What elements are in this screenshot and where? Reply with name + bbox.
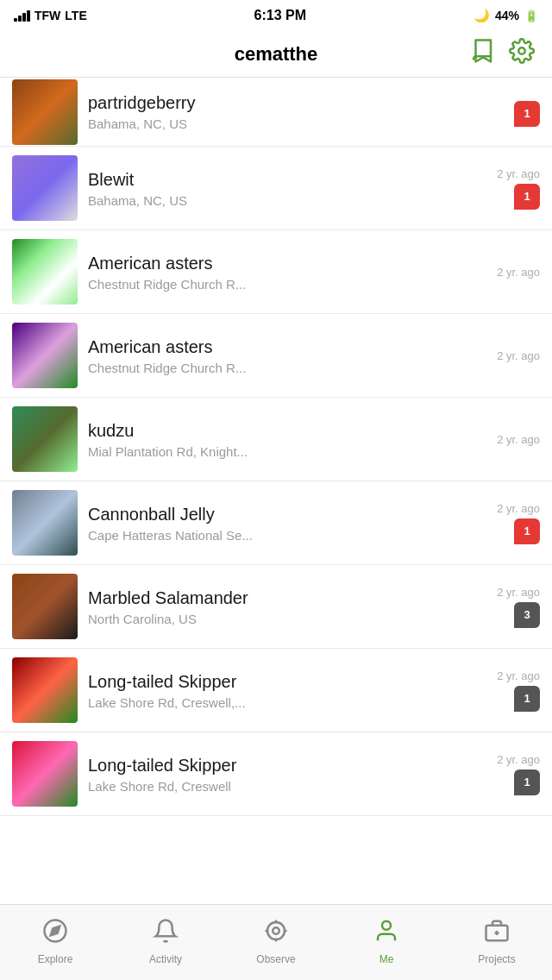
observation-location: Cape Hatteras National Se... — [88, 528, 478, 543]
carrier-label: TFW — [34, 9, 60, 22]
observation-location: Lake Shore Rd, Creswell — [88, 779, 478, 794]
observation-time: 2 yr. ago — [497, 266, 540, 279]
bookmark-icon[interactable] — [469, 38, 495, 70]
settings-icon[interactable] — [509, 38, 535, 70]
observation-name: Long-tailed Skipper — [88, 755, 478, 776]
list-item[interactable]: Long-tailed Skipper Lake Shore Rd, Cresw… — [0, 732, 552, 816]
observation-time: 2 yr. ago — [497, 349, 540, 362]
observation-thumbnail — [12, 155, 78, 221]
observation-time: 2 yr. ago — [497, 586, 540, 599]
observation-thumbnail — [12, 323, 78, 388]
comment-badge: 1 — [514, 518, 540, 544]
list-item[interactable]: partridgeberry Bahama, NC, US 1 — [0, 78, 552, 147]
observation-info: kudzu Mial Plantation Rd, Knight... — [78, 420, 488, 459]
header: cematthe — [0, 31, 552, 78]
list-item[interactable]: American asters Chestnut Ridge Church R.… — [0, 230, 552, 314]
nav-item-projects[interactable]: Projects — [458, 918, 536, 965]
list-item[interactable]: kudzu Mial Plantation Rd, Knight... 2 yr… — [0, 398, 552, 481]
observation-meta: 2 yr. ago 1 — [488, 167, 540, 210]
list-item[interactable]: Cannonball Jelly Cape Hatteras National … — [0, 481, 552, 565]
observation-meta: 2 yr. ago — [488, 349, 540, 362]
observation-info: Marbled Salamander North Carolina, US — [78, 587, 488, 626]
list-item[interactable]: Marbled Salamander North Carolina, US 2 … — [0, 565, 552, 649]
observation-info: partridgeberry Bahama, NC, US — [78, 92, 488, 131]
nav-label-explore: Explore — [38, 953, 73, 965]
observation-time: 2 yr. ago — [497, 433, 540, 446]
comment-badge: 1 — [514, 101, 540, 127]
observation-location: Lake Shore Rd, Creswell,... — [88, 695, 478, 710]
nav-label-observe: Observe — [256, 953, 295, 965]
observation-meta: 2 yr. ago 1 — [488, 502, 540, 544]
observation-thumbnail — [12, 490, 78, 556]
observation-thumbnail — [12, 741, 78, 807]
nav-label-activity: Activity — [149, 953, 182, 965]
observation-name: Marbled Salamander — [88, 587, 478, 608]
nav-item-activity[interactable]: Activity — [127, 918, 204, 965]
list-item[interactable]: American asters Chestnut Ridge Church R.… — [0, 314, 552, 398]
observation-info: Long-tailed Skipper Lake Shore Rd, Cresw… — [78, 755, 488, 794]
signal-icon — [14, 10, 30, 22]
observation-location: Chestnut Ridge Church R... — [88, 277, 478, 292]
observation-thumbnail — [12, 239, 78, 305]
nav-item-me[interactable]: Me — [348, 918, 425, 965]
observation-thumbnail — [12, 657, 78, 723]
observation-location: Chestnut Ridge Church R... — [88, 361, 478, 375]
observation-name: American asters — [88, 336, 478, 357]
svg-point-3 — [267, 922, 285, 939]
comment-badge: 1 — [514, 184, 540, 210]
header-actions — [469, 38, 535, 70]
observation-name: American asters — [88, 253, 478, 273]
nav-label-projects: Projects — [478, 953, 515, 965]
svg-point-9 — [382, 921, 391, 930]
moon-icon: 🌙 — [474, 8, 490, 23]
observation-thumbnail — [12, 574, 78, 639]
observation-info: Cannonball Jelly Cape Hatteras National … — [78, 504, 488, 543]
nav-label-me: Me — [380, 953, 394, 965]
observation-info: American asters Chestnut Ridge Church R.… — [78, 336, 488, 375]
projects-icon — [484, 918, 510, 950]
observation-meta: 2 yr. ago 1 — [488, 669, 540, 712]
observation-meta: 2 yr. ago — [488, 266, 540, 279]
observation-name: Blewit — [88, 169, 478, 190]
comment-badge: 1 — [514, 770, 540, 795]
observation-name: Cannonball Jelly — [88, 504, 478, 525]
observation-name: kudzu — [88, 420, 478, 441]
nav-item-observe[interactable]: Observe — [237, 918, 315, 965]
explore-icon — [42, 918, 68, 950]
observation-info: American asters Chestnut Ridge Church R.… — [78, 253, 488, 292]
network-type-label: LTE — [65, 9, 86, 22]
svg-point-0 — [518, 47, 525, 54]
nav-item-explore[interactable]: Explore — [16, 918, 94, 965]
observation-name: partridgeberry — [88, 92, 478, 113]
svg-point-4 — [273, 927, 279, 934]
svg-marker-2 — [51, 927, 60, 936]
battery-icon: 🔋 — [524, 9, 538, 22]
status-time: 6:13 PM — [254, 8, 306, 23]
observation-location: Bahama, NC, US — [88, 193, 478, 208]
battery-label: 44% — [495, 9, 519, 22]
observation-list: partridgeberry Bahama, NC, US 1 Blewit B… — [0, 78, 552, 894]
observation-time: 2 yr. ago — [497, 753, 540, 766]
me-icon — [373, 918, 399, 950]
observation-meta: 1 — [488, 97, 540, 127]
observation-meta: 2 yr. ago 1 — [488, 753, 540, 795]
observation-name: Long-tailed Skipper — [88, 671, 478, 692]
status-bar: TFW LTE 6:13 PM 🌙 44% 🔋 — [0, 0, 552, 31]
observation-info: Blewit Bahama, NC, US — [78, 169, 488, 208]
comment-badge: 1 — [514, 686, 540, 712]
observation-meta: 2 yr. ago 3 — [488, 586, 540, 628]
observation-meta: 2 yr. ago — [488, 433, 540, 446]
observation-thumbnail — [12, 406, 78, 472]
observation-location: North Carolina, US — [88, 612, 478, 626]
observation-thumbnail — [12, 79, 78, 145]
observe-icon — [263, 918, 289, 950]
status-right: 🌙 44% 🔋 — [474, 8, 538, 23]
activity-icon — [153, 918, 179, 950]
list-item[interactable]: Blewit Bahama, NC, US 2 yr. ago 1 — [0, 147, 552, 230]
page-title: cematthe — [235, 43, 318, 66]
observation-info: Long-tailed Skipper Lake Shore Rd, Cresw… — [78, 671, 488, 710]
bottom-navigation: Explore Activity Observe — [0, 904, 552, 980]
comment-badge: 3 — [514, 602, 540, 628]
observation-time: 2 yr. ago — [497, 167, 540, 180]
list-item[interactable]: Long-tailed Skipper Lake Shore Rd, Cresw… — [0, 649, 552, 732]
